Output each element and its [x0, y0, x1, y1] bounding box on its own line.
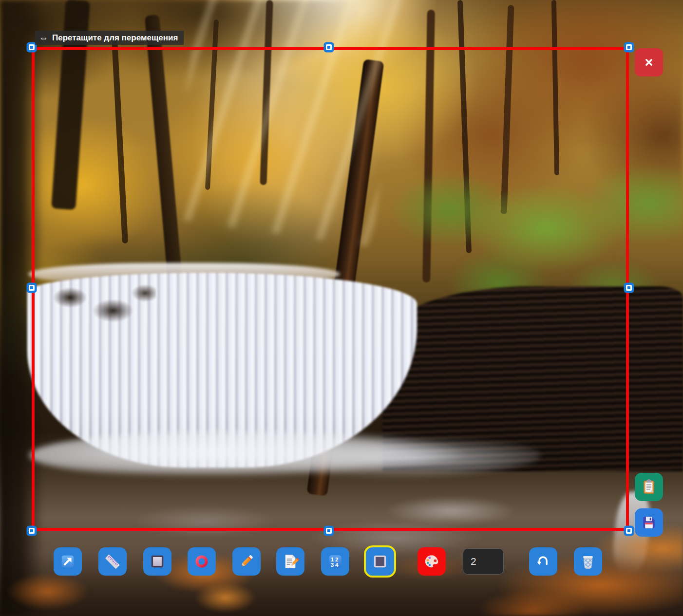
ellipse-tool-button[interactable] — [188, 547, 216, 576]
undo-arrow-icon — [533, 552, 553, 571]
undo-button[interactable] — [529, 547, 557, 576]
selection-handle-bottom-left[interactable] — [29, 528, 35, 534]
copy-to-clipboard-button[interactable] — [635, 473, 663, 501]
selection-handle-top-right[interactable] — [626, 44, 632, 50]
svg-text:34: 34 — [331, 561, 340, 568]
ruler-tool-button[interactable] — [98, 547, 127, 576]
color-palette-tool-button[interactable] — [417, 547, 446, 576]
white-square-button-icon — [148, 552, 167, 571]
hollow-red-circle-icon — [192, 552, 211, 571]
number-stamp-tool-button[interactable]: 12 34 — [321, 547, 349, 576]
rectangle-outline-tool-button[interactable] — [143, 547, 171, 576]
delete-button[interactable] — [574, 547, 602, 576]
ruler-icon — [103, 552, 122, 571]
pencil-tool-button[interactable] — [232, 547, 261, 576]
pencil-icon — [237, 552, 256, 571]
left-right-arrow-icon: ⇔ — [39, 33, 48, 43]
text-note-tool-button[interactable] — [276, 547, 304, 576]
selection-handle-middle-left[interactable] — [29, 285, 35, 291]
clipboard-icon — [639, 477, 659, 497]
close-button[interactable] — [635, 48, 663, 76]
selection-rectangle[interactable] — [32, 47, 629, 531]
selection-handle-top-middle[interactable] — [326, 44, 332, 50]
arrow-tool-button[interactable] — [54, 547, 82, 576]
floppy-disk-icon — [639, 513, 659, 532]
selection-handle-bottom-middle[interactable] — [326, 528, 332, 534]
selection-handle-top-left[interactable] — [29, 44, 35, 50]
black-square-button-icon — [370, 552, 390, 571]
filled-rectangle-tool-button[interactable] — [366, 547, 394, 576]
save-button[interactable] — [635, 508, 663, 537]
x-icon — [641, 54, 657, 71]
memo-icon — [281, 552, 300, 571]
screenshot-editor: ⇔ Перетащите для перемещения — [0, 0, 683, 616]
wastebasket-icon — [578, 552, 598, 571]
selection-handle-middle-right[interactable] — [626, 285, 632, 291]
arrow-up-right-icon — [58, 552, 77, 571]
selection-handle-bottom-right[interactable] — [626, 528, 632, 534]
thickness-input[interactable] — [463, 548, 504, 575]
palette-icon — [422, 552, 441, 571]
input-numbers-icon: 12 34 — [325, 552, 345, 571]
drag-hint-label: Перетащите для перемещения — [52, 33, 178, 43]
drag-hint: ⇔ Перетащите для перемещения — [35, 31, 184, 45]
